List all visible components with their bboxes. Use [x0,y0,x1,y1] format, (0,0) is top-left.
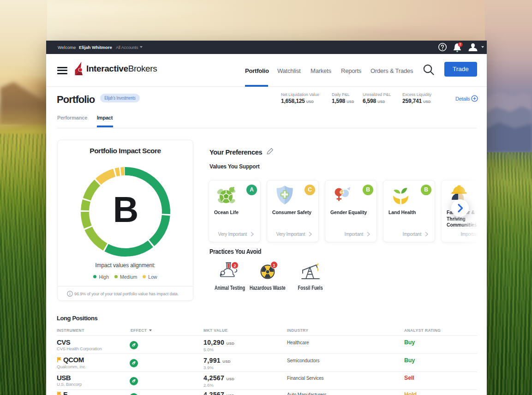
svg-text:7: 7 [460,43,461,46]
